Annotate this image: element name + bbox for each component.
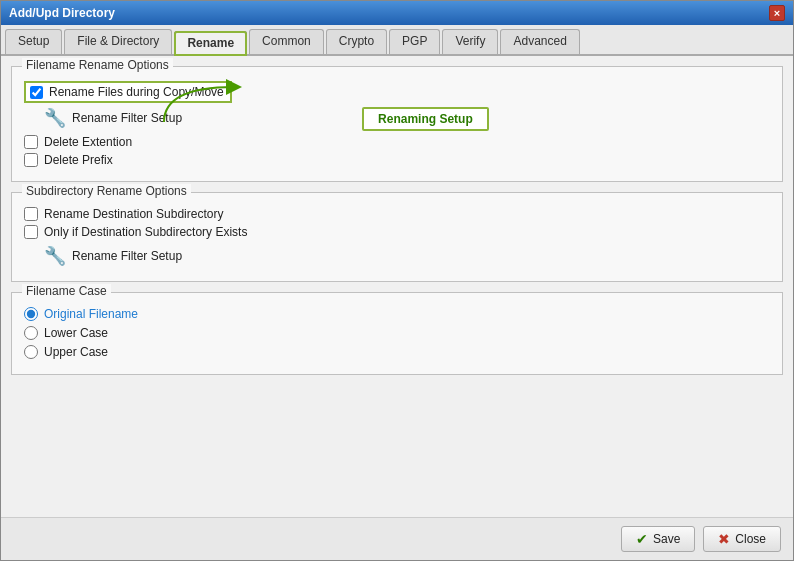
tab-advanced[interactable]: Advanced — [500, 29, 579, 54]
rename-dest-subdir-label[interactable]: Rename Destination Subdirectory — [44, 207, 223, 221]
filename-case-title: Filename Case — [22, 284, 111, 298]
lower-case-row: Lower Case — [24, 326, 770, 340]
lower-case-radio[interactable] — [24, 326, 38, 340]
rename-files-checkbox[interactable] — [30, 86, 43, 99]
delete-extension-label[interactable]: Delete Extention — [44, 135, 132, 149]
delete-prefix-checkbox[interactable] — [24, 153, 38, 167]
original-filename-label[interactable]: Original Filename — [44, 307, 138, 321]
save-button[interactable]: ✔ Save — [621, 526, 695, 552]
filename-rename-section: Filename Rename Options Rename Files dur… — [11, 66, 783, 182]
subdir-filter-row: 🔧 Rename Filter Setup — [44, 245, 770, 267]
save-icon: ✔ — [636, 531, 648, 547]
close-icon: ✖ — [718, 531, 730, 547]
tab-file-directory[interactable]: File & Directory — [64, 29, 172, 54]
upper-case-row: Upper Case — [24, 345, 770, 359]
filename-rename-title: Filename Rename Options — [22, 58, 173, 72]
tab-rename[interactable]: Rename — [174, 31, 247, 56]
delete-prefix-row: Delete Prefix — [24, 153, 770, 167]
subdirectory-rename-title: Subdirectory Rename Options — [22, 184, 191, 198]
filename-case-content: Original Filename Lower Case Upper Case — [24, 307, 770, 359]
only-if-dest-exists-row: Only if Destination Subdirectory Exists — [24, 225, 770, 239]
main-window: Add/Upd Directory × Setup File & Directo… — [0, 0, 794, 561]
original-filename-row: Original Filename — [24, 307, 770, 321]
only-if-dest-exists-checkbox[interactable] — [24, 225, 38, 239]
original-filename-radio[interactable] — [24, 307, 38, 321]
rename-files-label[interactable]: Rename Files during Copy/Move — [49, 85, 224, 99]
rename-dest-subdir-checkbox[interactable] — [24, 207, 38, 221]
tab-verify[interactable]: Verify — [442, 29, 498, 54]
rename-filter-icon: 🔧 — [44, 107, 66, 129]
only-if-dest-exists-label[interactable]: Only if Destination Subdirectory Exists — [44, 225, 247, 239]
subdirectory-rename-section: Subdirectory Rename Options Rename Desti… — [11, 192, 783, 282]
title-bar: Add/Upd Directory × — [1, 1, 793, 25]
tab-crypto[interactable]: Crypto — [326, 29, 387, 54]
upper-case-label[interactable]: Upper Case — [44, 345, 108, 359]
close-button[interactable]: ✖ Close — [703, 526, 781, 552]
filename-case-section: Filename Case Original Filename Lower Ca… — [11, 292, 783, 375]
rename-dest-subdir-row: Rename Destination Subdirectory — [24, 207, 770, 221]
window-title: Add/Upd Directory — [9, 6, 115, 20]
tab-setup[interactable]: Setup — [5, 29, 62, 54]
delete-extension-row: Delete Extention — [24, 135, 770, 149]
tab-bar: Setup File & Directory Rename Common Cry… — [1, 25, 793, 56]
upper-case-radio[interactable] — [24, 345, 38, 359]
save-label: Save — [653, 532, 680, 546]
subdir-filter-icon: 🔧 — [44, 245, 66, 267]
delete-extension-checkbox[interactable] — [24, 135, 38, 149]
rename-files-highlighted-box[interactable]: Rename Files during Copy/Move — [24, 81, 232, 103]
filename-rename-content: Rename Files during Copy/Move 🔧 Rename F… — [24, 81, 770, 167]
tab-pgp[interactable]: PGP — [389, 29, 440, 54]
close-label: Close — [735, 532, 766, 546]
subdir-filter-label: Rename Filter Setup — [72, 249, 182, 263]
subdirectory-rename-content: Rename Destination Subdirectory Only if … — [24, 207, 770, 267]
window-close-button[interactable]: × — [769, 5, 785, 21]
renaming-setup-label: Renaming Setup — [362, 107, 489, 131]
delete-prefix-label[interactable]: Delete Prefix — [44, 153, 113, 167]
tab-common[interactable]: Common — [249, 29, 324, 54]
footer: ✔ Save ✖ Close — [1, 517, 793, 560]
rename-filter-label: Rename Filter Setup — [72, 111, 182, 125]
lower-case-label[interactable]: Lower Case — [44, 326, 108, 340]
tab-content: Filename Rename Options Rename Files dur… — [1, 56, 793, 517]
